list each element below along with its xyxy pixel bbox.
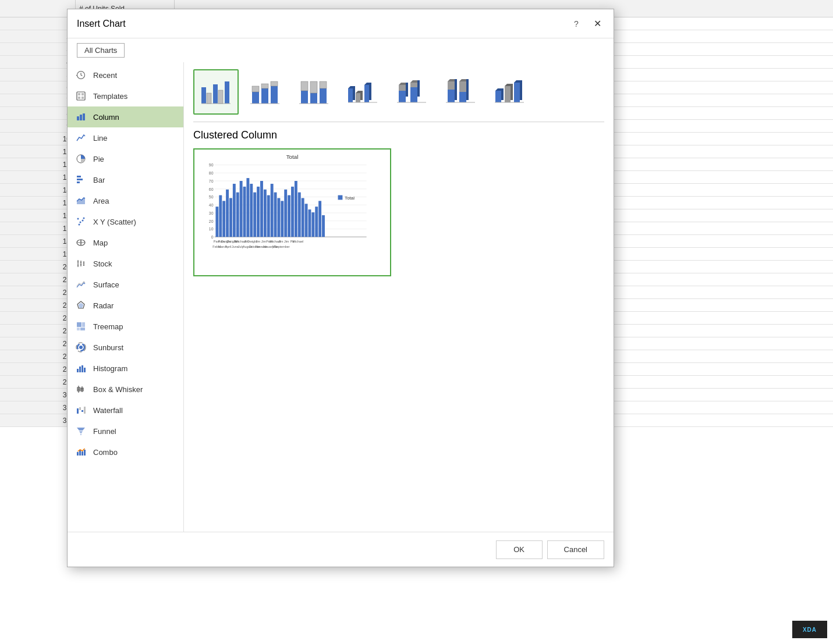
funnel-icon [75, 425, 87, 437]
sidebar-item-histogram[interactable]: Histogram [68, 358, 183, 379]
svg-rect-93 [410, 87, 417, 102]
sidebar-item-box-whisker[interactable]: Box & Whisker [68, 379, 183, 400]
svg-rect-60 [207, 93, 211, 104]
sidebar-item-surface[interactable]: Surface [68, 274, 183, 295]
chart-type-3d-100-stacked-column[interactable] [438, 69, 483, 115]
sidebar-item-funnel[interactable]: Funnel [68, 421, 183, 442]
svg-rect-110 [505, 86, 511, 102]
svg-rect-63 [225, 81, 229, 104]
svg-rect-146 [243, 187, 246, 237]
sidebar-item-label: Bar [93, 176, 105, 184]
sidebar-item-treemap[interactable]: Treemap [68, 316, 183, 337]
svg-text:50: 50 [209, 195, 214, 199]
sidebar-item-label: Combo [93, 448, 118, 457]
sidebar-item-line[interactable]: Line [68, 127, 183, 148]
treemap-icon [75, 320, 87, 333]
sidebar-item-recent[interactable]: Recent [68, 65, 183, 86]
sidebar-item-radar[interactable]: Radar [68, 295, 183, 316]
sidebar-item-label: Line [93, 134, 108, 143]
chart-type-100-stacked-column[interactable] [291, 69, 336, 115]
pie-icon [75, 152, 87, 165]
svg-rect-48 [77, 408, 79, 414]
svg-text:Jim: Jim [278, 240, 283, 243]
chart-type-heading: Clustered Column [193, 129, 604, 141]
dialog-footer: OK Cancel [68, 532, 614, 567]
sidebar-item-label: Stock [93, 259, 112, 268]
sidebar-item-label: Templates [93, 92, 127, 101]
svg-rect-144 [236, 193, 239, 237]
sidebar-item-templates[interactable]: Templates [68, 86, 183, 106]
sidebar-item-map[interactable]: Map [68, 232, 183, 253]
svg-rect-2 [81, 93, 84, 95]
svg-rect-89 [399, 91, 406, 102]
svg-rect-94 [410, 83, 417, 87]
svg-rect-62 [218, 90, 223, 104]
box-whisker-icon [75, 383, 87, 396]
svg-rect-68 [261, 84, 268, 88]
sidebar-item-label: Area [93, 197, 109, 205]
sidebar-item-pie[interactable]: Pie [68, 148, 183, 169]
sidebar-item-label: Treemap [93, 322, 123, 331]
svg-text:Total: Total [286, 154, 299, 160]
svg-text:60: 60 [209, 187, 214, 191]
svg-rect-168 [318, 201, 321, 237]
sidebar-item-label: Surface [93, 280, 119, 289]
sidebar-item-combo[interactable]: Combo [68, 442, 183, 462]
chart-type-stacked-column[interactable] [242, 69, 288, 115]
sidebar-item-bar[interactable]: Bar [68, 169, 183, 190]
svg-rect-39 [79, 367, 81, 372]
chart-type-3d-column[interactable] [487, 69, 532, 115]
sidebar-item-waterfall[interactable]: Waterfall [68, 400, 183, 421]
waterfall-icon [75, 404, 87, 417]
svg-rect-154 [271, 184, 274, 237]
dialog-titlebar: Insert Chart ? ✕ [68, 9, 614, 38]
svg-rect-151 [260, 181, 263, 237]
svg-rect-115 [520, 80, 522, 100]
svg-rect-65 [252, 92, 259, 104]
tab-all-charts[interactable]: All Charts [77, 43, 125, 58]
svg-point-35 [79, 346, 83, 349]
tab-bar: All Charts [68, 38, 614, 62]
chart-type-clustered-column[interactable] [193, 69, 239, 115]
column-icon [75, 111, 87, 123]
sidebar-item-scatter[interactable]: X Y (Scatter) [68, 211, 183, 232]
chart-types-row [193, 69, 604, 122]
close-button[interactable]: ✕ [590, 17, 604, 31]
svg-marker-12 [77, 198, 85, 204]
sidebar-item-column[interactable]: Column [68, 106, 183, 127]
svg-rect-59 [201, 87, 206, 104]
svg-rect-99 [448, 81, 455, 90]
svg-rect-166 [311, 212, 314, 237]
svg-rect-155 [274, 193, 277, 237]
dialog-title: Insert Chart [77, 19, 569, 29]
svg-rect-158 [284, 190, 287, 237]
sunburst-icon [75, 341, 87, 354]
svg-rect-140 [222, 201, 225, 237]
chart-type-3d-stacked-column[interactable] [389, 69, 434, 115]
svg-rect-156 [277, 198, 280, 237]
sidebar-item-area[interactable]: Area [68, 190, 183, 211]
svg-rect-51 [84, 407, 86, 414]
svg-rect-49 [79, 407, 81, 410]
cancel-button[interactable]: Cancel [547, 540, 604, 559]
help-button[interactable]: ? [569, 17, 583, 31]
svg-rect-55 [77, 452, 79, 456]
surface-icon [75, 278, 87, 291]
svg-rect-69 [271, 86, 278, 104]
svg-rect-167 [315, 207, 318, 237]
sidebar-item-stock[interactable]: Stock [68, 253, 183, 274]
svg-rect-38 [77, 369, 79, 372]
svg-rect-149 [253, 193, 256, 237]
svg-rect-169 [322, 215, 325, 237]
sidebar-item-label: Histogram [93, 364, 127, 373]
svg-rect-61 [213, 84, 218, 104]
sidebar-item-sunburst[interactable]: Sunburst [68, 337, 183, 358]
svg-text:10: 10 [209, 227, 214, 231]
ok-button[interactable]: OK [496, 540, 543, 559]
xda-watermark: XDA [792, 621, 827, 638]
svg-rect-159 [288, 195, 290, 237]
svg-rect-50 [81, 410, 83, 412]
svg-text:Jim: Jim [284, 240, 289, 243]
svg-rect-10 [77, 179, 83, 180]
chart-type-3d-clustered-column[interactable] [340, 69, 385, 115]
